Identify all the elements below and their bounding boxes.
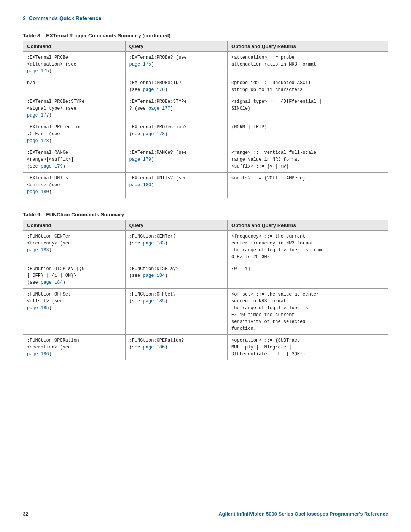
page-link[interactable]: page 178 — [27, 138, 49, 144]
command-cell: :EXTernal:RANGe <range>[<suffix>] (see p… — [23, 147, 126, 173]
table-row: :EXTernal:UNITs <units> (see page 180):E… — [23, 173, 388, 198]
table9-header-row: Command Query Options and Query Returns — [23, 220, 388, 231]
command-cell: :EXTernal:UNITs <units> (see page 180) — [23, 173, 126, 198]
page-link[interactable]: page 185 — [27, 305, 49, 311]
page-link[interactable]: page 177 — [148, 106, 170, 111]
query-cell: :FUNCtion:CENTer? (see page 183) — [125, 231, 228, 263]
table-row: :EXTernal:PROBe <attenuation> (see page … — [23, 52, 388, 77]
query-cell: :EXTernal:PROBe:ID? (see page 176) — [125, 77, 228, 96]
page-link[interactable]: page 179 — [41, 164, 63, 169]
table9-caption: Table 9 :FUNCtion Commands Summary — [23, 212, 388, 217]
command-cell: :EXTernal:PROBe <attenuation> (see page … — [23, 52, 126, 77]
table8-caption-text: :EXTernal Trigger Commands Summary (cont… — [45, 33, 170, 38]
options-cell: <frequency> ::= the current center frequ… — [228, 231, 388, 263]
footer-title: Agilent InfiniiVision 5000 Series Oscill… — [218, 511, 388, 517]
table-row: n/a:EXTernal:PROBe:ID? (see page 176)<pr… — [23, 77, 388, 96]
page-link[interactable]: page 183 — [27, 248, 49, 253]
page-link[interactable]: page 176 — [143, 87, 165, 93]
query-cell: :FUNCtion:OPERation? (see page 186) — [125, 335, 228, 360]
table-row: :FUNCtion:DISPlay {{0 | OFF} | {1 | ON}}… — [23, 263, 388, 289]
table-row: :EXTernal:RANGe <range>[<suffix>] (see p… — [23, 147, 388, 173]
table8-caption: Table 8 :EXTernal Trigger Commands Summa… — [23, 33, 388, 38]
page-link[interactable]: page 180 — [27, 189, 49, 195]
query-cell: :EXTernal:PROBe:STYPe ? (see page 177) — [125, 96, 228, 121]
command-cell: :EXTernal:PROBe:STYPe <signal type> (see… — [23, 96, 126, 121]
query-cell: :FUNCtion:OFFSet? (see page 185) — [125, 289, 228, 335]
table-row: :FUNCtion:CENTer <frequency> (see page 1… — [23, 231, 388, 263]
table9-caption-text: :FUNCtion Commands Summary — [45, 212, 124, 217]
table8-col-options: Options and Query Returns — [228, 41, 388, 52]
page-link[interactable]: page 185 — [143, 299, 165, 304]
table9: Command Query Options and Query Returns … — [23, 220, 388, 360]
query-cell: :EXTernal:UNITs? (see page 180) — [125, 173, 228, 198]
page-link[interactable]: page 184 — [41, 280, 63, 285]
query-cell: :FUNCtion:DISPlay? (see page 184) — [125, 263, 228, 289]
table-row: :FUNCtion:OFFSet <offset> (see page 185)… — [23, 289, 388, 335]
page-link[interactable]: page 175 — [129, 62, 151, 67]
table-row: :EXTernal:PROTection[ :CLEar] (see page … — [23, 121, 388, 147]
table8-col-command: Command — [23, 41, 126, 52]
query-cell: :EXTernal:PROBe? (see page 175) — [125, 52, 228, 77]
command-cell: :FUNCtion:OFFSet <offset> (see page 185) — [23, 289, 126, 335]
table-row: :EXTernal:PROBe:STYPe <signal type> (see… — [23, 96, 388, 121]
page-header: 2 Commands Quick Reference — [23, 15, 388, 21]
options-cell: {NORM | TRIP} — [228, 121, 388, 147]
chapter-title: Commands Quick Reference — [29, 15, 102, 21]
page-link[interactable]: page 186 — [143, 345, 165, 350]
options-cell: <attenuation> ::= probe attenuation rati… — [228, 52, 388, 77]
options-cell: <signal type> ::= {DIFferential | SINGle… — [228, 96, 388, 121]
command-cell: n/a — [23, 77, 126, 96]
table8-num: Table 8 — [23, 33, 43, 38]
table8-col-query: Query — [125, 41, 228, 52]
table8-header-row: Command Query Options and Query Returns — [23, 41, 388, 52]
options-cell: <probe id> ::= unquoted ASCII string up … — [228, 77, 388, 96]
page-link[interactable]: page 183 — [143, 241, 165, 246]
table9-col-options: Options and Query Returns — [228, 220, 388, 231]
table9-num: Table 9 — [23, 212, 43, 217]
command-cell: :EXTernal:PROTection[ :CLEar] (see page … — [23, 121, 126, 147]
page-link[interactable]: page 184 — [143, 273, 165, 278]
table-row: :FUNCtion:OPERation <operation> (see pag… — [23, 335, 388, 360]
table8: Command Query Options and Query Returns … — [23, 41, 388, 198]
page-link[interactable]: page 175 — [27, 69, 49, 74]
page-link[interactable]: page 179 — [129, 157, 151, 162]
page-link[interactable]: page 186 — [27, 351, 49, 357]
table9-col-query: Query — [125, 220, 228, 231]
options-cell: <offset> ::= the value at center screen … — [228, 289, 388, 335]
query-cell: :EXTernal:RANGe? (see page 179) — [125, 147, 228, 173]
footer-page-num: 32 — [23, 511, 28, 517]
command-cell: :FUNCtion:DISPlay {{0 | OFF} | {1 | ON}}… — [23, 263, 126, 289]
table8-section: Table 8 :EXTernal Trigger Commands Summa… — [23, 33, 388, 198]
command-cell: :FUNCtion:CENTer <frequency> (see page 1… — [23, 231, 126, 263]
page-link[interactable]: page 177 — [27, 113, 49, 118]
options-cell: {0 | 1} — [228, 263, 388, 289]
table9-col-command: Command — [23, 220, 126, 231]
options-cell: <operation> ::= {SUBTract | MULTiply | I… — [228, 335, 388, 360]
page-footer: 32 Agilent InfiniiVision 5000 Series Osc… — [23, 511, 388, 517]
query-cell: :EXTernal:PROTection? (see page 178) — [125, 121, 228, 147]
table9-section: Table 9 :FUNCtion Commands Summary Comma… — [23, 212, 388, 360]
options-cell: <range> ::= vertical full-scale range va… — [228, 147, 388, 173]
chapter-number: 2 — [23, 15, 26, 21]
page-link[interactable]: page 180 — [129, 182, 151, 188]
command-cell: :FUNCtion:OPERation <operation> (see pag… — [23, 335, 126, 360]
options-cell: <units> ::= {VOLT | AMPere} — [228, 173, 388, 198]
page-link[interactable]: page 178 — [143, 131, 165, 137]
